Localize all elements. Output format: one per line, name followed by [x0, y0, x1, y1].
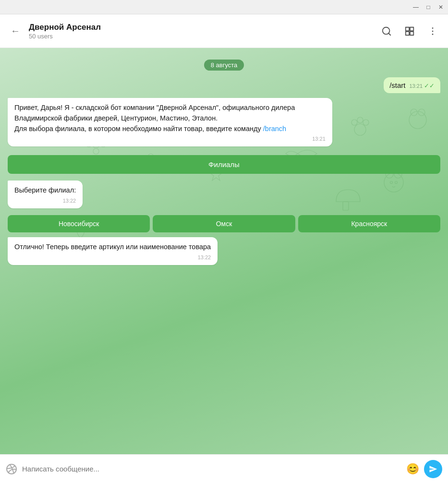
keyboard-filial: Филиалы: [8, 153, 440, 176]
input-bar: 😊: [0, 454, 448, 483]
message-text: Привет, Дарья! Я - складской бот компани…: [14, 103, 326, 134]
branch-link[interactable]: /branch: [263, 125, 286, 133]
svg-rect-4: [406, 31, 409, 35]
date-badge: 8 августа: [204, 60, 244, 71]
layout-button[interactable]: [402, 24, 417, 39]
keyboard-cities: Новосибирск Омск Красноярск: [8, 215, 440, 232]
more-button[interactable]: [425, 24, 440, 39]
svg-rect-3: [410, 27, 413, 30]
title-bar: — □ ✕: [0, 0, 448, 14]
read-checkmarks: ✓✓: [424, 82, 435, 89]
svg-rect-2: [406, 27, 409, 30]
message-text: Выберите филиал:: [14, 185, 76, 196]
send-button[interactable]: [424, 460, 442, 478]
svg-rect-5: [410, 31, 413, 35]
close-button[interactable]: ✕: [437, 4, 444, 11]
message-meta: 13:22: [14, 198, 76, 204]
chat-area: 8 августа /start 13:21 ✓✓ Привет, Дарья!…: [0, 48, 448, 454]
incoming-bubble: Выберите филиал: 13:22: [8, 181, 83, 208]
message-outgoing-start: /start 13:21 ✓✓: [8, 77, 440, 93]
chat-header: ← Дверной Арсенал 50 users: [0, 14, 448, 48]
emoji-button[interactable]: 😊: [406, 463, 419, 475]
svg-line-1: [388, 33, 390, 35]
search-button[interactable]: [379, 24, 394, 39]
maximize-button[interactable]: □: [425, 4, 432, 11]
svg-point-6: [432, 27, 434, 29]
minimize-button[interactable]: —: [412, 4, 419, 11]
message-meta: 13:22: [14, 254, 211, 260]
outgoing-bubble: /start 13:21 ✓✓: [384, 77, 440, 93]
message-text: /start: [389, 81, 405, 89]
chat-title: Дверной Арсенал: [29, 23, 373, 32]
attach-button[interactable]: [6, 463, 17, 475]
message-text: Отлично! Теперь введите артикул или наим…: [14, 242, 211, 253]
message-input[interactable]: [22, 465, 401, 473]
svg-point-7: [432, 30, 434, 32]
message-bot-intro: Привет, Дарья! Я - складской бот компани…: [8, 98, 440, 146]
header-actions: [379, 24, 440, 39]
back-button[interactable]: ←: [8, 24, 23, 39]
krasnoyarsk-button[interactable]: Красноярск: [298, 215, 440, 232]
novosibirsk-button[interactable]: Новосибирск: [8, 215, 150, 232]
member-count: 50 users: [29, 33, 373, 40]
incoming-bubble: Отлично! Теперь введите артикул или наим…: [8, 237, 218, 265]
incoming-bubble: Привет, Дарья! Я - складской бот компани…: [8, 98, 332, 146]
messages-list: 8 августа /start 13:21 ✓✓ Привет, Дарья!…: [0, 48, 448, 454]
svg-point-8: [432, 34, 434, 35]
message-item-prompt: Отлично! Теперь введите артикул или наим…: [8, 237, 440, 265]
message-select-branch: Выберите филиал: 13:22: [8, 181, 440, 208]
branch-button[interactable]: Филиалы: [8, 155, 440, 174]
header-info: Дверной Арсенал 50 users: [29, 23, 373, 40]
message-time: 13:21: [409, 83, 423, 89]
omsk-button[interactable]: Омск: [153, 215, 295, 232]
message-meta: 13:21: [14, 136, 326, 142]
message-meta: 13:21 ✓✓: [409, 82, 435, 89]
